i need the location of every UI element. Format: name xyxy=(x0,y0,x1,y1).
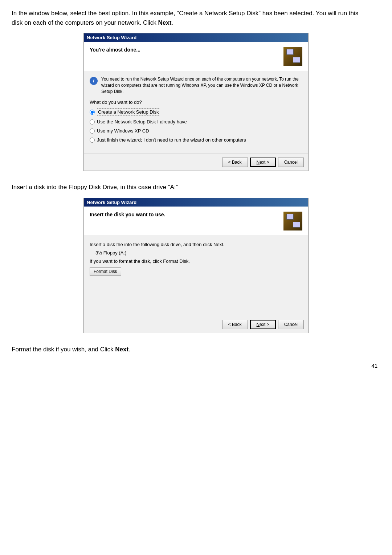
wizard-footer-1: < Back Next > Cancel xyxy=(84,154,308,171)
radio-label-1: Create a Network Setup Disk xyxy=(97,109,160,115)
wizard-dialog-1: Network Setup Wizard You're almost done.… xyxy=(83,33,309,171)
wizard-header-title-1: You're almost done... xyxy=(90,47,140,53)
page-number: 41 xyxy=(12,363,380,369)
wizard-header-2: Insert the disk you want to use. xyxy=(84,207,308,236)
wizard-body-2: Insert a disk the into the following dis… xyxy=(84,236,308,316)
radio-input-4[interactable] xyxy=(90,138,95,143)
wizard-titlebar-2: Network Setup Wizard xyxy=(84,198,308,207)
info-text-1: You need to run the Network Setup Wizard… xyxy=(101,76,302,94)
format-paragraph: Format the disk if you wish, and Click N… xyxy=(12,345,380,354)
insert-paragraph: Insert a disk into the Floppy Disk Drive… xyxy=(12,183,360,192)
radio-option-1[interactable]: Create a Network Setup Disk xyxy=(90,109,302,115)
info-box-1: i You need to run the Network Setup Wiza… xyxy=(90,76,302,94)
wizard-footer-2: < Back Next > Cancel xyxy=(84,316,308,333)
insert-instruction: Insert a disk the into the following dis… xyxy=(90,241,302,248)
wizard-header-1: You're almost done... xyxy=(84,42,308,71)
radio-input-1[interactable] xyxy=(90,110,95,115)
wizard-header-title-2: Insert the disk you want to use. xyxy=(90,212,165,217)
wizard-titlebar-1: Network Setup Wizard xyxy=(84,33,308,42)
next-button-2[interactable]: Next > xyxy=(250,320,276,329)
radio-label-3: Use my Windows XP CD xyxy=(97,128,149,134)
radio-label-4: Just finish the wizard; I don't need to … xyxy=(97,137,246,143)
radio-option-4[interactable]: Just finish the wizard; I don't need to … xyxy=(90,137,302,143)
next-button-1[interactable]: Next > xyxy=(250,158,276,167)
radio-input-3[interactable] xyxy=(90,128,95,134)
cancel-button-1[interactable]: Cancel xyxy=(278,158,304,167)
info-icon-1: i xyxy=(90,77,98,85)
radio-label-2: Use the Network Setup Disk I already hav… xyxy=(97,119,187,125)
radio-option-2[interactable]: Use the Network Setup Disk I already hav… xyxy=(90,119,302,125)
back-button-2[interactable]: < Back xyxy=(222,320,248,329)
format-disk-button[interactable]: Format Disk xyxy=(90,267,121,276)
floppy-label: 3½ Floppy (A:) xyxy=(95,250,302,256)
back-button-1[interactable]: < Back xyxy=(222,158,248,167)
radio-input-2[interactable] xyxy=(90,119,95,125)
radio-option-3[interactable]: Use my Windows XP CD xyxy=(90,128,302,134)
network-icon-2 xyxy=(283,212,302,230)
question-label-1: What do you want to do? xyxy=(90,99,302,105)
network-icon-1 xyxy=(283,47,302,66)
wizard-dialog-2: Network Setup Wizard Insert the disk you… xyxy=(83,198,309,333)
format-instruction: If you want to format the disk, click Fo… xyxy=(90,258,302,265)
cancel-button-2[interactable]: Cancel xyxy=(278,320,304,329)
wizard-body-1: i You need to run the Network Setup Wiza… xyxy=(84,71,308,154)
radio-group-1: Create a Network Setup Disk Use the Netw… xyxy=(90,109,302,143)
intro-paragraph: In the window below, select the best opt… xyxy=(12,9,360,27)
